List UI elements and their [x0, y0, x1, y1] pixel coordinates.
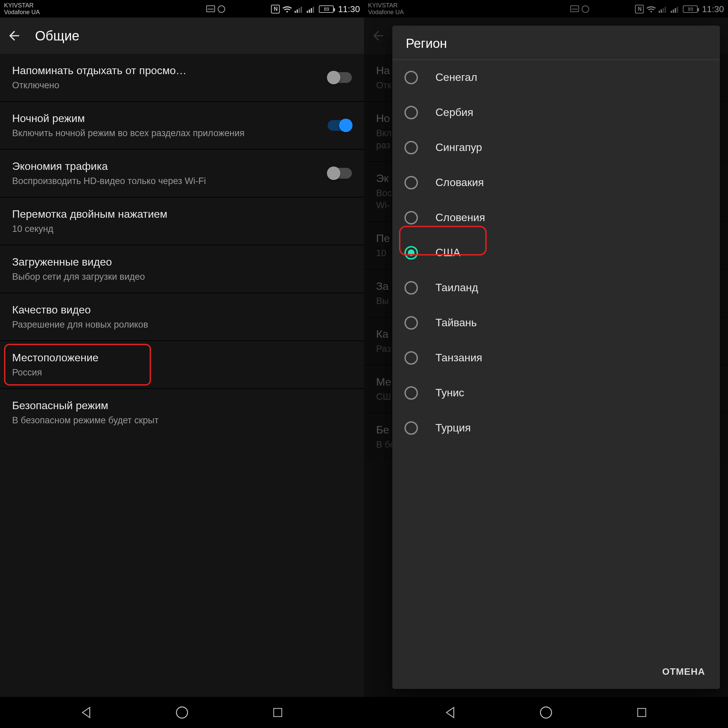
radio-icon — [404, 386, 418, 400]
region-list[interactable]: СенегалСербияСингапурСловакияСловенияСША… — [392, 60, 720, 655]
cancel-button[interactable]: ОТМЕНА — [654, 661, 713, 682]
wifi-icon — [283, 5, 292, 12]
region-label: США — [436, 247, 460, 259]
item-subtitle: Воспроизводить HD-видео только через Wi-… — [12, 175, 321, 187]
heartrate-icon — [206, 5, 216, 12]
region-option[interactable]: Тунис — [392, 375, 720, 410]
setting-restricted-mode[interactable]: Безопасный режим В безопасном режиме буд… — [0, 389, 364, 436]
region-option[interactable]: США — [392, 235, 720, 270]
region-option[interactable]: Турция — [392, 410, 720, 445]
ball-icon — [218, 5, 225, 12]
settings-list: Напоминать отдыхать от просмо… Отключено… — [0, 54, 364, 436]
item-title: Безопасный режим — [12, 398, 352, 413]
phone-left: KYIVSTAR Vodafone UA N 89 11:30 Общие — [0, 0, 364, 728]
region-option[interactable]: Тайвань — [392, 305, 720, 340]
item-subtitle: В безопасном режиме будет скрыт — [12, 414, 352, 427]
radio-icon — [404, 211, 418, 225]
radio-icon — [404, 421, 418, 435]
nav-bar — [0, 697, 364, 728]
nfc-icon: N — [271, 5, 280, 13]
nav-back[interactable] — [78, 704, 95, 721]
dialog-title: Регион — [392, 26, 720, 60]
nav-home[interactable] — [537, 704, 555, 721]
setting-location[interactable]: Местоположение Россия — [0, 341, 364, 389]
svg-point-0 — [177, 707, 188, 718]
nav-home[interactable] — [173, 704, 191, 721]
item-title: Экономия трафика — [12, 159, 321, 174]
region-label: Сингапур — [436, 142, 482, 154]
setting-double-tap-seek[interactable]: Перемотка двойным нажатием 10 секунд — [0, 197, 364, 245]
region-label: Сербия — [436, 107, 473, 119]
item-title: Качество видео — [12, 303, 352, 318]
signal-2-icon — [307, 5, 317, 12]
status-bar: KYIVSTAR Vodafone UA N 89 11:30 — [0, 0, 364, 18]
region-label: Словакия — [436, 177, 484, 189]
region-label: Танзания — [436, 352, 482, 364]
item-title: Напоминать отдыхать от просмо… — [12, 63, 321, 78]
page-title: Общие — [35, 28, 80, 43]
item-title: Местоположение — [12, 350, 352, 366]
radio-icon — [404, 316, 418, 330]
region-option[interactable]: Словакия — [392, 165, 720, 200]
setting-dark-mode[interactable]: Ночной режим Включить ночной режим во вс… — [0, 102, 364, 150]
back-button[interactable] — [7, 28, 21, 43]
region-label: Тайвань — [436, 317, 477, 329]
item-subtitle: Выбор сети для загрузки видео — [12, 271, 352, 283]
phone-right: KYIVSTAR Vodafone UA N 89 11:30 НаОтк — [364, 0, 728, 728]
item-title: Ночной режим — [12, 111, 321, 126]
nav-recent[interactable] — [633, 704, 650, 721]
toggle-switch[interactable] — [327, 72, 352, 83]
radio-icon — [404, 351, 418, 365]
setting-data-saver[interactable]: Экономия трафика Воспроизводить HD-видео… — [0, 150, 364, 197]
radio-icon — [404, 106, 418, 119]
signal-1-icon — [295, 5, 304, 12]
app-bar: Общие — [0, 18, 364, 54]
clock: 11:30 — [338, 4, 360, 14]
svg-rect-1 — [273, 708, 281, 717]
svg-rect-3 — [637, 708, 645, 717]
item-subtitle: Россия — [12, 367, 352, 379]
region-label: Словения — [436, 212, 485, 224]
toggle-switch[interactable] — [327, 168, 352, 179]
nav-back[interactable] — [442, 704, 459, 721]
region-option[interactable]: Танзания — [392, 340, 720, 375]
item-subtitle: Отключено — [12, 80, 321, 92]
region-dialog: Регион СенегалСербияСингапурСловакияСлов… — [392, 26, 720, 689]
radio-icon — [404, 281, 418, 295]
item-subtitle: 10 секунд — [12, 223, 352, 235]
radio-icon — [404, 71, 418, 84]
radio-icon — [404, 141, 418, 154]
setting-remind-break[interactable]: Напоминать отдыхать от просмо… Отключено — [0, 54, 364, 102]
radio-icon — [404, 176, 418, 190]
item-title: Перемотка двойным нажатием — [12, 207, 352, 222]
carrier-1: KYIVSTAR — [4, 2, 40, 9]
region-option[interactable]: Сингапур — [392, 130, 720, 165]
region-label: Тунис — [436, 387, 464, 399]
setting-video-quality[interactable]: Качество видео Разрешение для новых роли… — [0, 293, 364, 341]
region-option[interactable]: Таиланд — [392, 270, 720, 305]
item-title: Загруженные видео — [12, 255, 352, 270]
region-option[interactable]: Словения — [392, 200, 720, 235]
item-subtitle: Включить ночной режим во всех разделах п… — [12, 127, 321, 139]
radio-icon — [404, 246, 418, 260]
nav-recent[interactable] — [269, 704, 286, 721]
region-option[interactable]: Сенегал — [392, 60, 720, 95]
svg-point-2 — [541, 707, 552, 718]
battery-icon: 89 — [319, 5, 334, 12]
carrier-2: Vodafone UA — [4, 9, 40, 15]
region-label: Таиланд — [436, 282, 478, 294]
toggle-switch[interactable] — [327, 120, 352, 131]
nav-bar — [364, 697, 728, 728]
setting-downloads[interactable]: Загруженные видео Выбор сети для загрузк… — [0, 245, 364, 293]
item-subtitle: Разрешение для новых роликов — [12, 319, 352, 331]
region-label: Турция — [436, 422, 471, 434]
region-label: Сенегал — [436, 72, 477, 84]
region-option[interactable]: Сербия — [392, 95, 720, 130]
